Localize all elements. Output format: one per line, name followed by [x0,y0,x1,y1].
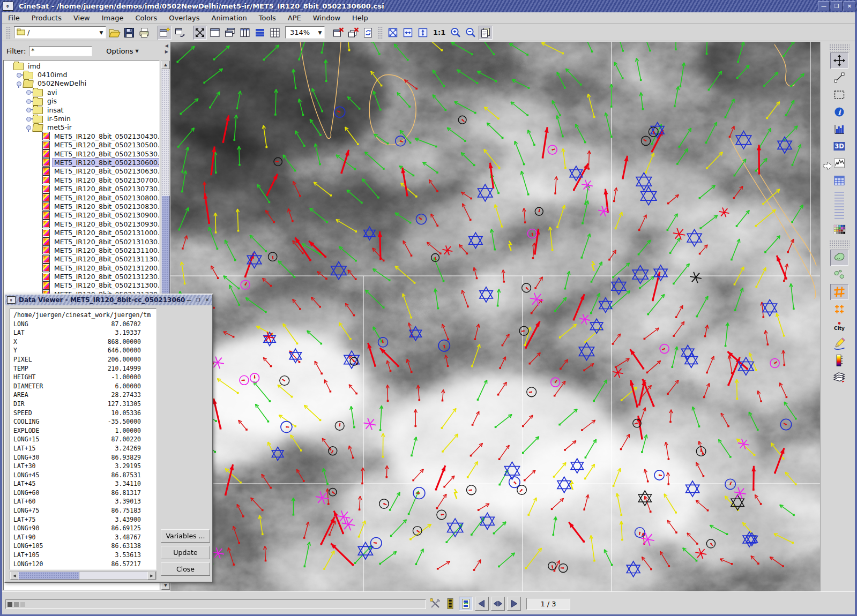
dropdown-arrow-icon[interactable]: ▼ [97,30,106,35]
menu-file[interactable]: File [2,14,26,22]
tree-item[interactable]: 0410imd [4,70,159,79]
dropdown-arrow-icon[interactable]: ▼ [316,30,324,35]
marker-overlay-tool[interactable] [830,301,848,317]
scroll-left-button[interactable]: ◀ [10,572,19,580]
tree-expander-icon[interactable] [25,115,33,123]
zoom-fit-button[interactable] [386,26,400,40]
variables-button[interactable]: Variables ... [161,529,210,543]
tree-item[interactable]: met5-ir [4,123,159,132]
tree-item[interactable]: avi [4,88,159,96]
update-button[interactable]: Update [161,546,210,559]
menu-tools[interactable]: Tools [253,14,282,22]
hscrollbar-thumb[interactable] [18,572,79,580]
tree-item[interactable]: MET5_IR120_8bit_0502130530.csi [4,149,159,158]
city-overlay-tool[interactable]: City [830,318,848,334]
view-3d-tool[interactable]: 3D [830,138,848,154]
dialog-close-button[interactable]: ✕ [203,297,211,304]
filmstrip-icon[interactable] [444,597,457,610]
filter-input[interactable] [29,46,92,56]
open-file-button[interactable] [107,26,121,40]
tree-item[interactable]: MET5_IR120_8bit_0502130700.csi [4,176,159,184]
tile-columns-button[interactable] [238,26,252,40]
dialog-hscrollbar[interactable]: ◀ ▶ [10,571,157,580]
menu-colors[interactable]: Colors [129,14,163,22]
minimize-button[interactable]: — [818,1,830,11]
menu-animation[interactable]: Animation [206,14,253,22]
title-bar[interactable]: » CineSat - /home/juergen/demos/imd/0502… [0,0,857,12]
tree-item[interactable]: MET5_IR120_8bit_0502130500.csi [4,141,159,149]
tree-expander-icon[interactable] [25,97,33,105]
fit-window-button[interactable] [193,26,207,40]
dialog-maximize-button[interactable]: ❐ [194,297,202,304]
tree-item[interactable]: gis [4,97,159,106]
tile-rows-button[interactable] [253,26,267,40]
frame-counter[interactable]: 1 / 3 [526,598,570,610]
toolbar-grip[interactable] [378,26,383,39]
pixel-info-tool[interactable]: i [830,104,848,120]
next-frame-button[interactable] [507,597,521,611]
menu-image[interactable]: Image [96,14,130,22]
menu-overlays[interactable]: Overlays [163,14,205,22]
layers-tool[interactable] [830,370,848,386]
reload-image-button[interactable] [361,26,375,40]
tree-item[interactable]: 0502NewDelhi [4,79,159,88]
copy-view-button[interactable] [479,26,493,40]
menu-window[interactable]: Window [307,14,346,22]
histogram-tool[interactable] [830,121,848,137]
close-frame-button[interactable] [331,26,345,40]
tree-expander-icon[interactable] [25,124,33,131]
tree-item[interactable]: MET5_IR120_8bit_0502130600.csi [4,158,159,167]
toolbar-grip[interactable] [6,26,11,39]
tree-expander-icon[interactable] [16,80,23,87]
dialog-minimize-button[interactable]: — [185,297,193,304]
tree-item[interactable]: MET5_IR120_8bit_0502131100.csi [4,246,159,254]
tree-expander-icon[interactable] [16,71,23,79]
previous-frame-button[interactable] [475,597,489,611]
select-region-tool[interactable] [830,87,848,103]
tree-item[interactable]: MET5_IR120_8bit_0502130930.csi [4,220,159,228]
tree-item[interactable]: MET5_IR120_8bit_0502131200.csi [4,264,159,272]
tree-item[interactable]: MET5_IR120_8bit_0502130430.csi [4,132,159,140]
scroll-up-button[interactable]: ▲ [161,61,170,69]
zoom-1to1-button[interactable]: 1:1 [431,28,448,36]
toolbar-grip[interactable] [829,44,849,51]
pan-tool[interactable] [830,52,848,69]
annotate-tool[interactable] [830,335,848,351]
satellite-image-view[interactable] [170,42,820,591]
region-overlay-tool[interactable] [830,267,848,283]
tree-item[interactable]: imd [4,62,159,70]
data-table-tool[interactable] [830,172,848,189]
tree-item[interactable]: MET5_IR120_8bit_0502130800.csi [4,193,159,202]
animate-button[interactable] [459,597,473,611]
data-viewer-list[interactable]: /home/juergen/cinesat_work/juergen/tm LO… [10,309,157,570]
zoom-out-button[interactable] [464,26,478,40]
zoom-combobox[interactable]: 314%▼ [285,26,325,39]
tree-item[interactable]: MET5_IR120_8bit_0502131000.csi [4,228,159,237]
tree-item[interactable]: MET5_IR120_8bit_0502130900.csi [4,211,159,220]
menu-help[interactable]: Help [346,14,374,22]
coastline-overlay-tool[interactable] [830,250,848,266]
close-button[interactable]: ✕ [844,1,855,11]
dialog-title-bar[interactable]: » Data Viewer - MET5_IR120_8bit-cc_05021… [5,295,212,305]
zoom-in-button[interactable] [449,26,463,40]
colorbar-tool[interactable] [830,352,848,369]
window-menu-icon[interactable]: » [3,2,13,11]
tree-item[interactable]: MET5_IR120_8bit_0502131300.csi [4,281,159,290]
tree-item[interactable]: insat [4,106,159,114]
tile-grid-button[interactable] [268,26,282,40]
graticule-overlay-tool[interactable] [830,284,848,300]
close-dialog-button[interactable]: Close [161,562,210,576]
options-menu[interactable]: Options [106,47,133,55]
dialog-menu-icon[interactable]: » [7,296,16,304]
menu-view[interactable]: View [68,14,96,22]
color-palette-tool[interactable] [830,222,848,238]
tree-expander-icon[interactable] [25,106,33,114]
tree-item[interactable]: MET5_IR120_8bit_0502130630.csi [4,167,159,176]
duplicate-frame-button[interactable] [173,26,187,40]
new-frame-button[interactable] [158,26,172,40]
panel-collapse-arrows[interactable]: ◀▶ [165,44,168,54]
data-viewer-dialog[interactable]: » Data Viewer - MET5_IR120_8bit-cc_05021… [4,294,213,583]
print-button[interactable] [137,26,151,40]
tree-item[interactable]: MET5_IR120_8bit_0502131030.csi [4,237,159,246]
scroll-right-button[interactable]: ▶ [147,572,156,580]
